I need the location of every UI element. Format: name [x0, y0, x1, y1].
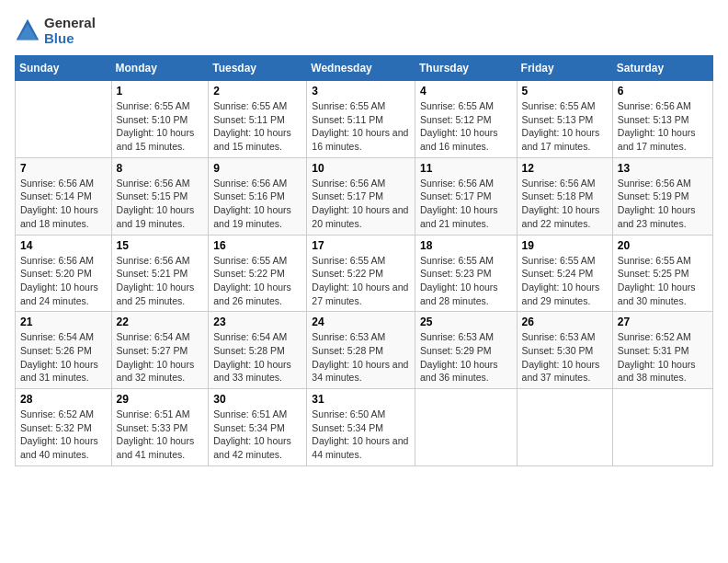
weekday-header-sunday: Sunday: [16, 56, 112, 81]
calendar-cell: 2 Sunrise: 6:55 AMSunset: 5:11 PMDayligh…: [209, 81, 307, 158]
day-number: 3: [312, 85, 410, 98]
calendar-cell: 6 Sunrise: 6:56 AMSunset: 5:13 PMDayligh…: [612, 81, 712, 158]
day-number: 5: [522, 85, 608, 98]
day-info: Sunrise: 6:55 AMSunset: 5:25 PMDaylight:…: [618, 254, 708, 308]
day-number: 7: [20, 162, 107, 175]
calendar-cell: 24 Sunrise: 6:53 AMSunset: 5:28 PMDaylig…: [307, 312, 415, 389]
day-info: Sunrise: 6:53 AMSunset: 5:29 PMDaylight:…: [420, 330, 512, 385]
calendar-cell: 18 Sunrise: 6:55 AMSunset: 5:23 PMDaylig…: [415, 235, 517, 312]
weekday-header-wednesday: Wednesday: [307, 56, 415, 81]
day-number: 13: [618, 162, 708, 175]
calendar-cell: [517, 389, 612, 466]
calendar-cell: 1 Sunrise: 6:55 AMSunset: 5:10 PMDayligh…: [111, 81, 209, 158]
day-info: Sunrise: 6:53 AMSunset: 5:30 PMDaylight:…: [522, 330, 608, 385]
day-info: Sunrise: 6:55 AMSunset: 5:11 PMDaylight:…: [312, 99, 410, 154]
calendar-cell: 19 Sunrise: 6:55 AMSunset: 5:24 PMDaylig…: [517, 235, 612, 312]
calendar-cell: 31 Sunrise: 6:50 AMSunset: 5:34 PMDaylig…: [307, 389, 415, 466]
day-number: 24: [312, 316, 410, 328]
day-number: 31: [312, 393, 410, 406]
calendar-week-row: 1 Sunrise: 6:55 AMSunset: 5:10 PMDayligh…: [16, 81, 713, 158]
day-info: Sunrise: 6:56 AMSunset: 5:15 PMDaylight:…: [117, 177, 204, 231]
day-number: 4: [420, 85, 512, 98]
weekday-header-monday: Monday: [111, 56, 209, 81]
day-number: 26: [522, 316, 608, 328]
calendar-cell: 30 Sunrise: 6:51 AMSunset: 5:34 PMDaylig…: [209, 389, 307, 466]
day-number: 14: [20, 239, 107, 252]
day-info: Sunrise: 6:52 AMSunset: 5:32 PMDaylight:…: [20, 408, 107, 462]
calendar-cell: 28 Sunrise: 6:52 AMSunset: 5:32 PMDaylig…: [16, 389, 112, 466]
calendar-cell: 27 Sunrise: 6:52 AMSunset: 5:31 PMDaylig…: [612, 312, 712, 389]
day-info: Sunrise: 6:55 AMSunset: 5:10 PMDaylight:…: [117, 99, 204, 154]
calendar-week-row: 28 Sunrise: 6:52 AMSunset: 5:32 PMDaylig…: [16, 389, 713, 466]
day-number: 30: [213, 393, 301, 406]
day-number: 9: [213, 162, 301, 175]
day-info: Sunrise: 6:56 AMSunset: 5:19 PMDaylight:…: [618, 177, 708, 231]
day-info: Sunrise: 6:56 AMSunset: 5:21 PMDaylight:…: [117, 254, 204, 308]
logo-icon: [15, 17, 40, 43]
calendar-week-row: 14 Sunrise: 6:56 AMSunset: 5:20 PMDaylig…: [16, 235, 713, 312]
calendar-cell: 5 Sunrise: 6:55 AMSunset: 5:13 PMDayligh…: [517, 81, 612, 158]
day-info: Sunrise: 6:51 AMSunset: 5:33 PMDaylight:…: [117, 408, 204, 462]
day-info: Sunrise: 6:52 AMSunset: 5:31 PMDaylight:…: [618, 330, 708, 385]
weekday-header-row: SundayMondayTuesdayWednesdayThursdayFrid…: [16, 56, 713, 81]
calendar-week-row: 7 Sunrise: 6:56 AMSunset: 5:14 PMDayligh…: [16, 157, 713, 235]
calendar-cell: 23 Sunrise: 6:54 AMSunset: 5:28 PMDaylig…: [209, 312, 307, 389]
calendar-cell: 20 Sunrise: 6:55 AMSunset: 5:25 PMDaylig…: [612, 235, 712, 312]
calendar-cell: 4 Sunrise: 6:55 AMSunset: 5:12 PMDayligh…: [415, 81, 517, 158]
calendar-cell: 16 Sunrise: 6:55 AMSunset: 5:22 PMDaylig…: [209, 235, 307, 312]
page-header: General Blue: [15, 15, 713, 46]
day-info: Sunrise: 6:56 AMSunset: 5:16 PMDaylight:…: [213, 177, 301, 231]
day-number: 18: [420, 239, 512, 252]
calendar-cell: 3 Sunrise: 6:55 AMSunset: 5:11 PMDayligh…: [307, 81, 415, 158]
calendar-cell: 21 Sunrise: 6:54 AMSunset: 5:26 PMDaylig…: [16, 312, 112, 389]
day-info: Sunrise: 6:55 AMSunset: 5:13 PMDaylight:…: [522, 99, 608, 154]
day-number: 28: [20, 393, 107, 406]
day-number: 19: [522, 239, 608, 252]
calendar-cell: 15 Sunrise: 6:56 AMSunset: 5:21 PMDaylig…: [111, 235, 209, 312]
day-info: Sunrise: 6:55 AMSunset: 5:22 PMDaylight:…: [213, 254, 301, 308]
calendar-cell: 25 Sunrise: 6:53 AMSunset: 5:29 PMDaylig…: [415, 312, 517, 389]
calendar-cell: [415, 389, 517, 466]
day-number: 20: [618, 239, 708, 252]
calendar-cell: 12 Sunrise: 6:56 AMSunset: 5:18 PMDaylig…: [517, 157, 612, 235]
weekday-header-saturday: Saturday: [612, 56, 712, 81]
day-number: 15: [117, 239, 204, 252]
day-info: Sunrise: 6:56 AMSunset: 5:13 PMDaylight:…: [618, 99, 708, 154]
day-info: Sunrise: 6:56 AMSunset: 5:17 PMDaylight:…: [420, 177, 512, 231]
day-number: 22: [117, 316, 204, 328]
day-info: Sunrise: 6:55 AMSunset: 5:23 PMDaylight:…: [420, 254, 512, 308]
logo-text: General Blue: [44, 15, 96, 46]
day-number: 2: [213, 85, 301, 98]
day-info: Sunrise: 6:50 AMSunset: 5:34 PMDaylight:…: [312, 408, 410, 462]
calendar-cell: 14 Sunrise: 6:56 AMSunset: 5:20 PMDaylig…: [16, 235, 112, 312]
calendar-cell: 17 Sunrise: 6:55 AMSunset: 5:22 PMDaylig…: [307, 235, 415, 312]
day-info: Sunrise: 6:54 AMSunset: 5:27 PMDaylight:…: [117, 330, 204, 385]
day-info: Sunrise: 6:56 AMSunset: 5:14 PMDaylight:…: [20, 177, 107, 231]
calendar-cell: 9 Sunrise: 6:56 AMSunset: 5:16 PMDayligh…: [209, 157, 307, 235]
day-number: 17: [312, 239, 410, 252]
day-info: Sunrise: 6:55 AMSunset: 5:12 PMDaylight:…: [420, 99, 512, 154]
day-number: 11: [420, 162, 512, 175]
day-info: Sunrise: 6:56 AMSunset: 5:17 PMDaylight:…: [312, 177, 410, 231]
day-number: 1: [117, 85, 204, 98]
calendar-cell: 13 Sunrise: 6:56 AMSunset: 5:19 PMDaylig…: [612, 157, 712, 235]
day-number: 23: [213, 316, 301, 328]
calendar-cell: 10 Sunrise: 6:56 AMSunset: 5:17 PMDaylig…: [307, 157, 415, 235]
calendar-table: SundayMondayTuesdayWednesdayThursdayFrid…: [15, 55, 713, 466]
calendar-cell: 11 Sunrise: 6:56 AMSunset: 5:17 PMDaylig…: [415, 157, 517, 235]
calendar-cell: [612, 389, 712, 466]
day-info: Sunrise: 6:53 AMSunset: 5:28 PMDaylight:…: [312, 330, 410, 385]
day-number: 25: [420, 316, 512, 328]
weekday-header-thursday: Thursday: [415, 56, 517, 81]
day-number: 12: [522, 162, 608, 175]
calendar-cell: 7 Sunrise: 6:56 AMSunset: 5:14 PMDayligh…: [16, 157, 112, 235]
calendar-cell: 8 Sunrise: 6:56 AMSunset: 5:15 PMDayligh…: [111, 157, 209, 235]
calendar-cell: [16, 81, 112, 158]
day-number: 16: [213, 239, 301, 252]
day-number: 27: [618, 316, 708, 328]
day-info: Sunrise: 6:56 AMSunset: 5:20 PMDaylight:…: [20, 254, 107, 308]
day-number: 8: [117, 162, 204, 175]
day-info: Sunrise: 6:54 AMSunset: 5:26 PMDaylight:…: [20, 330, 107, 385]
weekday-header-tuesday: Tuesday: [209, 56, 307, 81]
day-number: 29: [117, 393, 204, 406]
